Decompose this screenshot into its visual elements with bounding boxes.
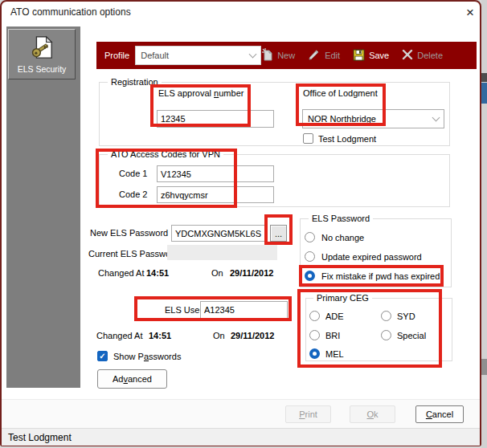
new-els-password-label: New ELS Password (90, 228, 168, 238)
radio-special-label[interactable]: Special (397, 331, 426, 340)
radio-update-expired-password[interactable] (305, 251, 315, 262)
registration-group-label: Registration (108, 77, 162, 87)
radio-no-change-label[interactable]: No change (321, 233, 364, 242)
save-floppy-icon (353, 49, 365, 63)
sidebar-item-label: ELS Security (18, 64, 67, 74)
user-changed-date: 29/11/2012 (231, 331, 274, 340)
new-els-password-field[interactable]: YDCMXGNGM5KL6S (171, 225, 268, 242)
password-changed-date: 29/11/2012 (230, 268, 273, 278)
password-on-label: On (211, 268, 223, 278)
code1-label: Code 1 (119, 169, 147, 178)
cancel-button[interactable]: Cancel (415, 405, 464, 423)
user-changed-time: 14:51 (149, 331, 171, 340)
radio-syd-label[interactable]: SYD (397, 312, 415, 321)
save-button[interactable]: Save (353, 49, 389, 63)
radio-bri-label[interactable]: BRI (325, 331, 340, 340)
ato-communication-options-dialog: ATO communication options × ELS Security… (0, 0, 487, 448)
radio-special[interactable] (381, 330, 391, 340)
current-els-password-field (167, 245, 277, 260)
user-on-label: On (213, 331, 225, 340)
radio-ade-label[interactable]: ADE (325, 312, 344, 321)
profile-selected-value: Default (141, 51, 169, 60)
user-changed-at-label: Changed At (96, 331, 143, 340)
profile-select[interactable]: Default (135, 46, 261, 65)
footer-bar (2, 399, 480, 429)
sidebar (6, 26, 80, 388)
close-icon[interactable]: × (460, 3, 480, 22)
document-key-icon (30, 35, 54, 63)
radio-no-change[interactable] (305, 232, 315, 242)
new-button[interactable]: New (261, 48, 295, 63)
code2-field[interactable]: z6hvqycmsr (157, 186, 274, 203)
chevron-down-icon (249, 51, 257, 59)
advanced-button[interactable]: Advanced (97, 369, 167, 389)
radio-fix-mistake[interactable] (305, 271, 315, 281)
status-text: Test Lodgment (8, 432, 72, 443)
els-user-id-field[interactable]: A12345 (200, 301, 288, 319)
chevron-down-icon (432, 114, 440, 122)
test-lodgment-checkbox[interactable] (303, 133, 313, 144)
background-window-strip (481, 0, 487, 448)
status-bar: Test Lodgment (2, 428, 480, 446)
delete-button[interactable]: Delete (402, 49, 443, 62)
test-lodgment-label: Test Lodgment (318, 134, 376, 144)
vpn-codes-group-label: ATO Access Codes for VPN (108, 149, 223, 159)
primary-ceg-group-label: Primary CEG (313, 293, 372, 303)
code2-label: Code 2 (119, 189, 147, 199)
radio-mel-label[interactable]: MEL (325, 349, 344, 359)
radio-update-expired-label[interactable]: Update expired password (321, 252, 422, 262)
code1-field[interactable]: V12345 (157, 165, 274, 182)
window-title: ATO communication options (10, 6, 131, 18)
vpn-codes-group (99, 154, 450, 207)
profile-label: Profile (104, 51, 129, 60)
els-approval-number-label: ELS approval number (158, 88, 244, 98)
sidebar-item-els-security[interactable]: ELS Security (8, 29, 76, 79)
edit-pencil-icon (308, 48, 321, 63)
office-selected-value: NOR Northbridge (308, 114, 376, 124)
radio-ade[interactable] (309, 311, 320, 321)
delete-x-icon (402, 49, 413, 62)
els-approval-number-field[interactable]: 12345 (157, 110, 274, 128)
els-password-group-label: ELS Password (309, 214, 373, 223)
password-changed-time: 14:51 (146, 268, 169, 278)
radio-fix-mistake-label[interactable]: Fix mistake if pwd has expired (321, 271, 440, 281)
office-of-lodgment-label: Office of Lodgment (303, 88, 378, 98)
edit-button[interactable]: Edit (308, 48, 340, 63)
show-passwords-checkbox[interactable]: ✓ (97, 351, 108, 361)
print-button[interactable]: Print (285, 405, 331, 423)
password-changed-at-label: Changed At (98, 268, 145, 278)
profile-toolbar: Profile Default New (96, 42, 477, 69)
radio-syd[interactable] (381, 311, 391, 321)
new-icon (261, 48, 273, 63)
ok-button[interactable]: Ok (350, 405, 395, 423)
password-browse-button[interactable]: ... (270, 225, 287, 242)
radio-mel[interactable] (309, 348, 320, 359)
current-els-password-label: Current ELS Password (88, 249, 178, 259)
office-of-lodgment-select[interactable]: NOR Northbridge (302, 109, 444, 128)
show-passwords-label[interactable]: Show Passwords (113, 352, 181, 361)
radio-bri[interactable] (309, 330, 320, 340)
